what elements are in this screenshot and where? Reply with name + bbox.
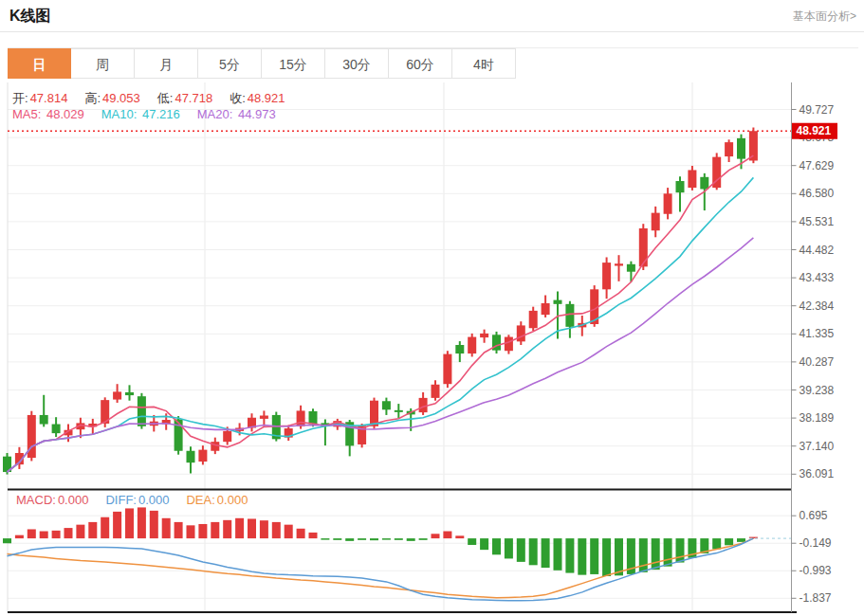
ma20-line — [8, 238, 754, 472]
ma-readout: MA5: 48.029 MA10: 47.216 MA20: 44.973 — [12, 107, 276, 121]
axis-tick-label: 43.433 — [800, 271, 835, 284]
open-readout: 开:47.814 — [12, 90, 67, 107]
diff-value: DIFF:0.000 — [105, 493, 169, 507]
ohlc-readout: 开:47.814 高:49.053 低:47.718 收:48.921 — [12, 90, 285, 107]
macd-value: MACD:0.000 — [16, 493, 88, 507]
ma20-readout: MA20: 44.973 — [197, 107, 276, 121]
axis-tick-label: 0.695 — [800, 509, 828, 522]
page-header: K线图 基本面分析> — [0, 0, 864, 32]
dea-value: DEA:0.000 — [186, 493, 248, 507]
price-axis: 49.72748.67847.62946.58045.53144.48243.4… — [792, 82, 835, 612]
interval-tabbar: 日 周 月 5分 15分 30分 60分 4时 — [8, 47, 858, 80]
axis-tick-label: 39.238 — [800, 384, 835, 397]
grid-lines — [8, 82, 791, 612]
tab-day[interactable]: 日 — [8, 48, 71, 79]
tab-week[interactable]: 周 — [71, 48, 135, 79]
low-readout: 低:47.718 — [157, 90, 212, 107]
axis-tick-label: 40.287 — [800, 355, 835, 369]
ma5-readout: MA5: 48.029 — [12, 107, 84, 121]
axis-tick-label: -0.993 — [800, 564, 832, 577]
axis-tick-label: 46.580 — [800, 187, 835, 200]
current-price-tag-label: 48.921 — [797, 124, 832, 137]
ma-lines-layer — [8, 155, 754, 472]
ma10-readout: MA10: 47.216 — [101, 107, 180, 121]
fundamental-analysis-link[interactable]: 基本面分析> — [793, 9, 856, 25]
axis-tick-label: 47.629 — [800, 159, 835, 172]
close-readout: 收:48.921 — [230, 90, 285, 107]
macd-lines-layer — [8, 538, 792, 601]
axis-tick-label: 38.189 — [800, 411, 835, 425]
tab-30min[interactable]: 30分 — [325, 48, 389, 79]
axis-tick-label: 36.091 — [800, 467, 835, 480]
high-readout: 高:49.053 — [84, 90, 139, 107]
ma5-line — [8, 155, 754, 472]
axis-tick-label: -1.837 — [800, 591, 832, 605]
axis-tick-label: 49.727 — [800, 103, 835, 117]
tab-5min[interactable]: 5分 — [198, 48, 262, 79]
axis-tick-label: 42.384 — [800, 299, 835, 313]
axis-tick-label: 45.531 — [800, 215, 835, 228]
tab-4hour[interactable]: 4时 — [452, 48, 516, 79]
axis-tick-label: -0.149 — [800, 536, 832, 550]
tab-month[interactable]: 月 — [135, 48, 198, 79]
axis-tick-label: 37.140 — [800, 440, 835, 453]
axis-tick-label: 41.335 — [800, 327, 835, 340]
axis-tick-label: 44.482 — [800, 244, 835, 257]
current-price-tag: 48.921 — [792, 123, 837, 139]
page-title: K线图 — [9, 7, 51, 27]
tab-60min[interactable]: 60分 — [389, 48, 452, 79]
tab-15min[interactable]: 15分 — [262, 48, 325, 79]
macd-readout: MACD:0.000 DIFF:0.000 DEA:0.000 — [16, 493, 248, 507]
